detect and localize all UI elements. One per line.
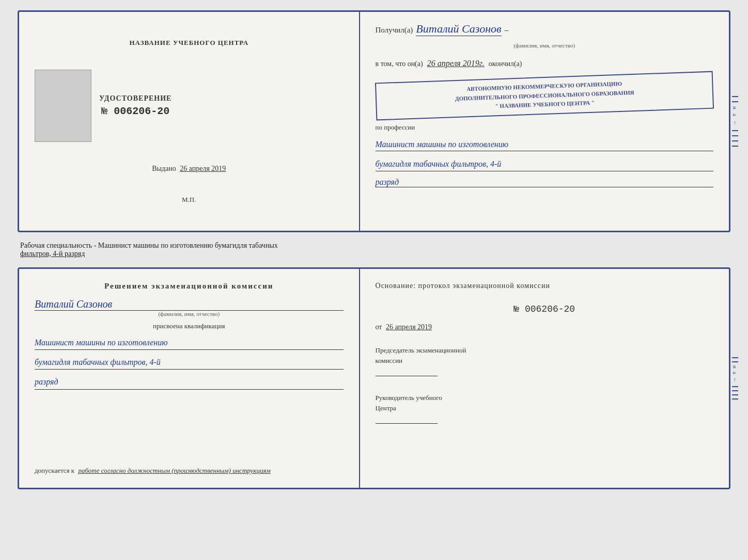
cert-number: № 006206-20 bbox=[99, 105, 172, 117]
chairman-sig-line bbox=[376, 376, 438, 376]
confirm-prefix: в том, что он(а) bbox=[376, 60, 423, 68]
bottom-person-name: Виталий Сазонов bbox=[35, 298, 344, 311]
qual-line1: Машинист машины по изготовлению bbox=[35, 335, 344, 350]
director-block: Руководитель учебного Центра bbox=[376, 393, 713, 424]
stamp-line3: " НАЗВАНИЕ УЧЕБНОГО ЦЕНТРА " bbox=[495, 100, 595, 109]
protocol-number: № 006206-20 bbox=[376, 304, 713, 314]
confirm-date: 26 апреля 2019г. bbox=[427, 59, 485, 68]
qual-line2: бумагидля табачных фильтров, 4-й bbox=[35, 355, 344, 370]
cert-left-panel: НАЗВАНИЕ УЧЕБНОГО ЦЕНТРА УДОСТОВЕРЕНИЕ №… bbox=[19, 12, 360, 231]
recipient-dash: – bbox=[505, 26, 509, 35]
cert-title: УДОСТОВЕРЕНИЕ bbox=[99, 94, 172, 103]
date-prefix: от bbox=[376, 323, 382, 331]
org-name-top: НАЗВАНИЕ УЧЕБНОГО ЦЕНТРА bbox=[129, 39, 248, 47]
recipient-prefix: Получил(а) bbox=[376, 26, 413, 35]
protocol-date: от 26 апреля 2019 bbox=[376, 323, 713, 331]
admission-detail: работе согласно должностным (производств… bbox=[78, 467, 270, 474]
admission-text: допускается к работе согласно должностны… bbox=[35, 461, 344, 475]
bottom-right-decoration: и а ← bbox=[732, 357, 738, 399]
recipient-name: Виталий Сазонов bbox=[416, 22, 501, 36]
chairman-block: Председатель экзаменационной комиссии bbox=[376, 345, 713, 376]
finished-label: окончил(а) bbox=[489, 60, 522, 68]
photo-placeholder bbox=[35, 70, 91, 142]
bottom-certificate: Решением экзаменационной комиссии Витали… bbox=[18, 267, 730, 489]
basis-title: Основание: протокол экзаменационной коми… bbox=[376, 282, 713, 290]
rank-text: разряд bbox=[376, 178, 713, 187]
recipient-sub: (фамилия, имя, отчество) bbox=[376, 42, 713, 49]
profession-line1: Машинист машины по изготовлению bbox=[376, 138, 713, 152]
cert-bottom-left: Решением экзаменационной комиссии Витали… bbox=[19, 269, 360, 488]
org-stamp: АВТОНОМНУЮ НЕКОММЕРЧЕСКУЮ ОРГАНИЗАЦИЮ ДО… bbox=[375, 71, 714, 121]
issued-date: 26 апреля 2019 bbox=[180, 165, 226, 172]
below-cert-text: Рабочая специальность - Машинист машины … bbox=[18, 237, 730, 262]
profession-line2: бумагидля табачных фильтров, 4-й bbox=[376, 157, 713, 171]
bottom-person-sub: (фамилия, имя, отчество) bbox=[35, 311, 344, 317]
cert-title-block: УДОСТОВЕРЕНИЕ № 006206-20 bbox=[99, 94, 172, 117]
date-value: 26 апреля 2019 bbox=[386, 323, 432, 331]
below-main-text: Рабочая специальность - Машинист машины … bbox=[20, 242, 278, 249]
decision-title: Решением экзаменационной комиссии bbox=[35, 282, 344, 291]
mp-label: М.П. bbox=[182, 196, 196, 204]
right-decoration: и а ← bbox=[732, 96, 738, 147]
admission-prefix: допускается к bbox=[35, 467, 74, 474]
director-title: Руководитель учебного Центра bbox=[376, 393, 713, 413]
issued-line: Выдано 26 апреля 2019 bbox=[152, 165, 226, 173]
below-underline-text: фильтров, 4-й разряд bbox=[20, 250, 85, 258]
profession-label: по профессии bbox=[376, 123, 713, 132]
qual-line3: разряд bbox=[35, 375, 344, 389]
chairman-title: Председатель экзаменационной комиссии bbox=[376, 345, 713, 365]
director-sig-line bbox=[376, 423, 438, 424]
cert-right-panel: Получил(а) Виталий Сазонов – (фамилия, и… bbox=[360, 12, 729, 231]
issued-label: Выдано bbox=[152, 165, 176, 172]
top-certificate: НАЗВАНИЕ УЧЕБНОГО ЦЕНТРА УДОСТОВЕРЕНИЕ №… bbox=[18, 10, 730, 232]
qualification-label: присвоена квалификация bbox=[35, 322, 344, 330]
cert-bottom-right: Основание: протокол экзаменационной коми… bbox=[360, 269, 729, 488]
